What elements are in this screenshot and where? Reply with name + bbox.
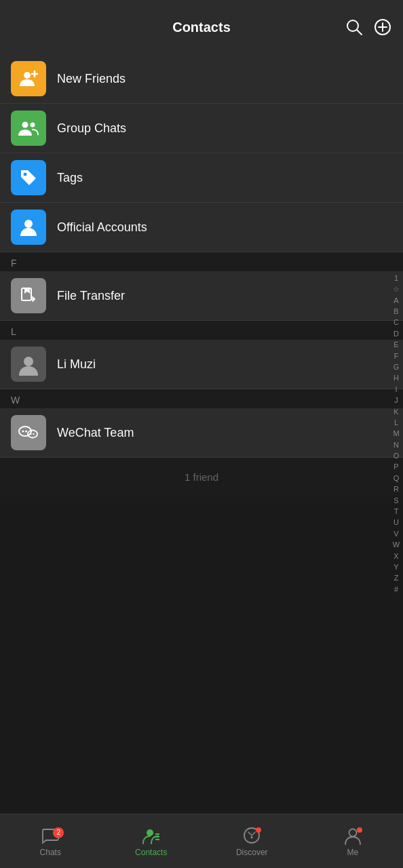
alpha-1[interactable]: 1 bbox=[391, 273, 402, 283]
add-button[interactable] bbox=[373, 18, 392, 37]
me-nav-label: Me bbox=[347, 848, 358, 857]
contacts-icon bbox=[142, 826, 161, 845]
alpha-i[interactable]: I bbox=[391, 384, 402, 395]
svg-point-27 bbox=[349, 829, 356, 836]
tags-label: Tags bbox=[57, 171, 83, 185]
group-chats-item[interactable]: Group Chats bbox=[0, 104, 403, 153]
alpha-a[interactable]: A bbox=[391, 296, 402, 306]
alpha-f[interactable]: F bbox=[391, 351, 402, 361]
contacts-nav-label: Contacts bbox=[135, 848, 167, 857]
me-badge bbox=[357, 827, 362, 833]
svg-point-8 bbox=[22, 122, 28, 128]
file-transfer-item[interactable]: File Transfer bbox=[0, 271, 403, 321]
alpha-n[interactable]: N bbox=[391, 440, 402, 450]
alpha-d[interactable]: D bbox=[391, 329, 402, 339]
official-accounts-item[interactable]: Official Accounts bbox=[0, 203, 403, 252]
alpha-z[interactable]: Z bbox=[391, 573, 402, 583]
alpha-s[interactable]: S bbox=[391, 496, 402, 506]
nav-me[interactable]: Me bbox=[303, 826, 404, 857]
new-friends-item[interactable]: New Friends bbox=[0, 54, 403, 104]
page-title: Contacts bbox=[172, 20, 231, 35]
chats-nav-label: Chats bbox=[40, 848, 61, 857]
new-friends-icon bbox=[11, 61, 46, 96]
alpha-e[interactable]: E bbox=[391, 340, 402, 350]
alpha-v[interactable]: V bbox=[391, 529, 402, 539]
alpha-b[interactable]: B bbox=[391, 307, 402, 317]
svg-point-19 bbox=[30, 433, 31, 435]
wechat-team-item[interactable]: WeChat Team bbox=[0, 408, 403, 458]
official-accounts-label: Official Accounts bbox=[57, 220, 147, 235]
section-header-l: L bbox=[0, 321, 403, 340]
group-chats-label: Group Chats bbox=[57, 121, 126, 136]
alpha-j[interactable]: J bbox=[391, 395, 402, 406]
alpha-g[interactable]: G bbox=[391, 362, 402, 372]
alpha-t[interactable]: T bbox=[391, 507, 402, 517]
li-muzi-avatar bbox=[11, 347, 46, 382]
svg-point-11 bbox=[24, 220, 33, 228]
header-actions bbox=[345, 18, 392, 37]
discover-nav-label: Discover bbox=[236, 848, 268, 857]
special-items-list: New Friends Group Chats Tags bbox=[0, 54, 403, 496]
nav-discover[interactable]: Discover bbox=[202, 826, 303, 857]
svg-point-9 bbox=[31, 123, 35, 127]
new-friends-label: New Friends bbox=[57, 72, 126, 86]
svg-point-21 bbox=[147, 829, 153, 836]
svg-line-1 bbox=[357, 30, 362, 35]
svg-point-5 bbox=[24, 72, 31, 79]
alpha-p[interactable]: P bbox=[391, 462, 402, 472]
official-accounts-icon bbox=[11, 210, 46, 245]
file-transfer-name: File Transfer bbox=[57, 289, 125, 303]
tags-item[interactable]: Tags bbox=[0, 153, 403, 203]
alpha-l[interactable]: L bbox=[391, 418, 402, 428]
alphabet-sidebar[interactable]: 1 ☆ A B C D E F G H I J K L M N O P Q R … bbox=[391, 54, 402, 814]
tags-icon bbox=[11, 160, 46, 195]
alpha-c[interactable]: C bbox=[391, 317, 402, 328]
svg-point-10 bbox=[24, 173, 27, 176]
alpha-hash[interactable]: # bbox=[391, 585, 402, 595]
wechat-team-name: WeChat Team bbox=[57, 426, 134, 440]
alpha-m[interactable]: M bbox=[391, 429, 402, 439]
alpha-star[interactable]: ☆ bbox=[391, 284, 402, 294]
alpha-r[interactable]: R bbox=[391, 484, 402, 494]
li-muzi-item[interactable]: Li Muzi bbox=[0, 340, 403, 389]
svg-point-17 bbox=[25, 431, 27, 433]
group-chats-icon bbox=[11, 111, 46, 146]
file-transfer-avatar bbox=[11, 278, 46, 313]
svg-point-20 bbox=[33, 433, 34, 435]
section-header-f: F bbox=[0, 252, 403, 271]
chats-badge: 2 bbox=[53, 827, 64, 838]
svg-point-26 bbox=[251, 836, 253, 838]
nav-contacts[interactable]: Contacts bbox=[101, 826, 202, 857]
search-button[interactable] bbox=[345, 18, 364, 37]
alpha-y[interactable]: Y bbox=[391, 562, 402, 572]
svg-point-14 bbox=[24, 357, 33, 366]
header: Contacts bbox=[0, 0, 403, 54]
alpha-x[interactable]: X bbox=[391, 551, 402, 561]
svg-point-16 bbox=[22, 431, 24, 433]
friend-count: 1 friend bbox=[0, 458, 403, 496]
nav-chats[interactable]: 2 Chats bbox=[0, 826, 101, 857]
bottom-navigation: 2 Chats Contacts Discover bbox=[0, 814, 403, 868]
alpha-u[interactable]: U bbox=[391, 517, 402, 528]
alpha-w[interactable]: W bbox=[391, 540, 402, 550]
alpha-o[interactable]: O bbox=[391, 451, 402, 461]
alpha-q[interactable]: Q bbox=[391, 473, 402, 484]
alpha-h[interactable]: H bbox=[391, 373, 402, 383]
alpha-k[interactable]: K bbox=[391, 407, 402, 417]
li-muzi-name: Li Muzi bbox=[57, 357, 96, 372]
section-header-w: W bbox=[0, 389, 403, 408]
discover-badge bbox=[256, 827, 261, 833]
wechat-team-avatar bbox=[11, 415, 46, 450]
